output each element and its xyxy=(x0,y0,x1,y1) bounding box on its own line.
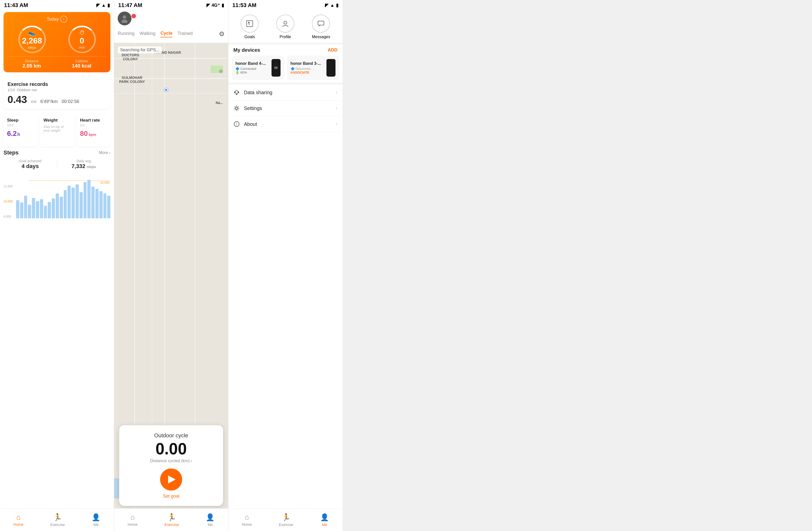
map-label-gulmohar: GULMOHARPARK COLONY xyxy=(119,75,145,84)
info-icon: i xyxy=(60,16,67,23)
goals-icon-circle xyxy=(241,15,259,33)
tab-running[interactable]: Running xyxy=(118,31,134,37)
nav-exercise-3[interactable]: 🏃 Exercise xyxy=(279,513,293,527)
data-sharing-item[interactable]: Data sharing › xyxy=(228,85,343,100)
exercise-records-title: Exercise records xyxy=(8,81,106,87)
steps-circle: 👟 2,268 steps xyxy=(18,26,46,53)
device2-name: honor Band 3-... xyxy=(291,61,324,66)
steps-stats: Goal achieved 4 days Daily avg 7,332 ste… xyxy=(3,159,111,170)
steps-header: Steps More › xyxy=(3,150,111,156)
nav-exercise-2[interactable]: 🏃 Exercise xyxy=(164,513,179,527)
battery-icon: ▮ xyxy=(107,2,110,8)
exercise-icon: 🏃 xyxy=(53,513,62,521)
sleep-title: Sleep xyxy=(7,118,34,123)
heart-value: 80bpm xyxy=(80,130,107,138)
settings-gear-icon[interactable]: ⚙ xyxy=(219,30,224,38)
bar-13 xyxy=(64,190,67,218)
profile-icon xyxy=(281,19,289,28)
tab-trained[interactable]: Trained xyxy=(177,31,192,37)
profile-item[interactable]: Profile xyxy=(276,15,294,39)
nav-home-1[interactable]: ⌂ Home xyxy=(14,513,24,527)
nav-me-3[interactable]: 👤 Me xyxy=(320,513,329,527)
about-item[interactable]: i About › xyxy=(228,116,343,132)
battery-icon-d1: 🔋 xyxy=(235,71,240,74)
bluetooth-icon-2: 🔷 xyxy=(291,67,294,71)
daily-avg-stat: Daily avg 7,332 steps xyxy=(57,159,111,170)
steps-chart: 12,000 10,000 6,000 10,600 xyxy=(3,173,111,223)
messages-item[interactable]: Messages xyxy=(312,15,330,39)
weight-title: Weight xyxy=(43,118,70,123)
compass-icon: ⊕ xyxy=(219,68,223,74)
panel-me: 11:53 AM ◤ ▲ ▮ Goals xyxy=(228,0,343,531)
start-button[interactable] xyxy=(160,469,182,491)
tab-bar: Running Walking Cycle Trained ⚙ xyxy=(114,25,228,43)
device2-image xyxy=(327,59,335,76)
weight-note: Stay on top of your weight xyxy=(43,125,70,132)
y-label-4: 6,000 xyxy=(3,215,13,218)
profile-label: Profile xyxy=(279,35,291,39)
distance-value: 2.05 km xyxy=(23,63,41,69)
chevron-right-about-icon: › xyxy=(336,121,337,127)
about-label: About xyxy=(244,121,336,127)
steps-ring: 👟 2,268 steps xyxy=(18,26,46,53)
exercise-records-card[interactable]: Exercise records 1/13 Outdoor run 0.43 K… xyxy=(3,78,111,109)
bar-8 xyxy=(44,206,47,218)
avatar[interactable] xyxy=(118,12,131,25)
device1-battery: 🔋 60% xyxy=(235,71,269,74)
timer-circle: ⏱ 0 min xyxy=(68,26,96,53)
nav-home-label-3: Home xyxy=(242,522,252,527)
daily-avg-value: 7,332 steps xyxy=(57,163,111,170)
add-button[interactable]: ADD xyxy=(328,47,337,53)
bar-14 xyxy=(68,186,71,218)
timer-unit: min xyxy=(79,45,85,50)
exercise-icon-2: 🏃 xyxy=(168,513,176,521)
sleep-tile[interactable]: Sleep 1/13 6.2h xyxy=(3,114,38,147)
more-button[interactable]: More › xyxy=(99,151,111,155)
nav-home-2[interactable]: ⌂ Home xyxy=(128,513,138,527)
set-goal-button[interactable]: Set goal xyxy=(124,493,218,499)
messages-icon xyxy=(317,19,325,28)
nav-exercise-1[interactable]: 🏃 Exercise xyxy=(50,513,65,527)
battery-icon-2: ▮ xyxy=(221,2,224,8)
me-icon: 👤 xyxy=(91,513,100,521)
nav-exercise-label-3: Exercise xyxy=(279,522,293,527)
nav-me-2[interactable]: 👤 Me xyxy=(206,513,215,527)
nav-me-1[interactable]: 👤 Me xyxy=(91,513,100,527)
nav-home-label-2: Home xyxy=(128,522,138,527)
bar-20 xyxy=(91,187,95,218)
tab-cycle[interactable]: Cycle xyxy=(160,31,172,38)
nav-home-3[interactable]: ⌂ Home xyxy=(242,513,252,527)
status-icons-3: ◤ ▲ ▮ xyxy=(325,2,338,8)
goal-achieved-label: Goal achieved xyxy=(3,159,57,163)
messages-icon-circle xyxy=(312,15,330,33)
chevron-right-settings-icon: › xyxy=(336,105,337,112)
y-label-3: 10,000 xyxy=(3,200,13,203)
y-label-2: 12,000 xyxy=(3,185,13,188)
bar-17 xyxy=(79,192,83,218)
device-card-1[interactable]: honor Band 4-... 🔷 Connected 🔋 60% 08 xyxy=(232,56,284,80)
bar-2 xyxy=(20,202,23,218)
bar-19 xyxy=(87,180,91,218)
chart-y-labels: 12,000 10,000 6,000 xyxy=(3,173,13,218)
device1-status: 🔷 Connected xyxy=(235,67,269,71)
device2-info: honor Band 3-... 🔷 Disconnec... ASSOCIAT… xyxy=(291,61,324,74)
settings-item[interactable]: Settings › xyxy=(228,100,343,116)
device1-image: 08 xyxy=(272,59,280,76)
bar-15 xyxy=(72,187,75,218)
device-card-2[interactable]: honor Band 3-... 🔷 Disconnec... ASSOCIAT… xyxy=(287,56,339,80)
goal-days: 4 days xyxy=(3,163,57,170)
sleep-date: 1/13 xyxy=(7,123,34,127)
goals-item[interactable]: Goals xyxy=(241,15,259,39)
today-header: Today i xyxy=(7,16,107,23)
exercise-km: 0.43 xyxy=(8,94,27,105)
exercise-stats: 0.43 KM 6'49"/km 00:02:56 xyxy=(8,94,106,105)
weight-tile[interactable]: Weight Stay on top of your weight xyxy=(40,114,74,147)
svg-point-4 xyxy=(284,21,287,24)
play-icon xyxy=(168,475,176,484)
my-devices-title: My devices xyxy=(233,47,260,53)
spacer xyxy=(228,132,343,531)
tab-walking[interactable]: Walking xyxy=(140,31,155,37)
associate-button[interactable]: ASSOCIATE xyxy=(291,71,324,74)
exercise-km-unit: KM xyxy=(31,100,37,104)
heart-tile[interactable]: Heart rate 1/2 80bpm xyxy=(76,114,111,147)
